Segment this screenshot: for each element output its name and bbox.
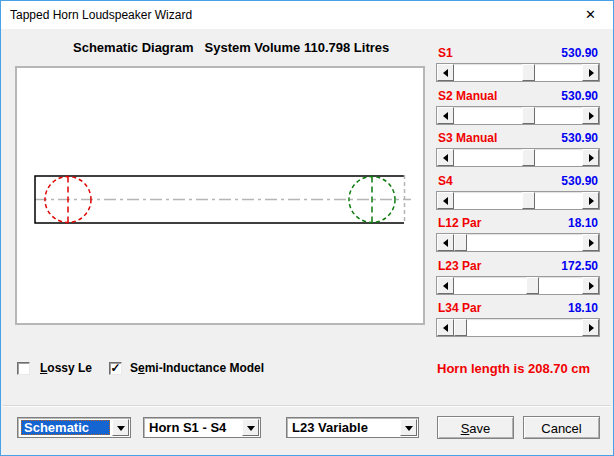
slider-value: 530.90	[561, 89, 598, 103]
slider-l12[interactable]	[436, 233, 600, 252]
horn-range-combobox[interactable]: Horn S1 - S4	[143, 417, 261, 438]
slider-group-s4: S4530.90	[436, 174, 600, 210]
arrow-right-icon	[589, 154, 594, 162]
variable-combobox[interactable]: L23 Variable	[286, 417, 419, 438]
scroll-thumb[interactable]	[454, 319, 467, 336]
title-bar: Tapped Horn Loudspeaker Wizard ✕	[1, 1, 613, 29]
scroll-thumb[interactable]	[522, 192, 535, 209]
slider-group-l12: L12 Par18.10	[436, 216, 600, 252]
scroll-thumb[interactable]	[454, 234, 467, 251]
chevron-down-icon	[117, 426, 125, 431]
slider-value: 18.10	[568, 301, 598, 315]
arrow-left-icon	[443, 324, 448, 332]
slider-s3[interactable]	[436, 148, 600, 167]
arrow-left-icon	[443, 197, 448, 205]
arrow-right-icon	[589, 112, 594, 120]
label-post: ossy Le	[47, 361, 92, 375]
scroll-thumb[interactable]	[522, 64, 535, 81]
window-title: Tapped Horn Loudspeaker Wizard	[10, 8, 192, 22]
chevron-down-icon	[247, 426, 255, 431]
arrow-left-icon	[443, 112, 448, 120]
horn-length-status: Horn length is 208.70 cm	[437, 361, 590, 376]
slider-s4[interactable]	[436, 191, 600, 210]
arrow-right-icon	[589, 282, 594, 290]
arrow-right-icon	[589, 197, 594, 205]
slider-label: S4	[438, 174, 453, 188]
slider-label: S1	[438, 46, 453, 60]
combo-dropdown-button[interactable]	[242, 419, 259, 436]
scroll-right-button[interactable]	[582, 149, 599, 166]
combo-selected-value: Horn S1 - S4	[147, 420, 240, 435]
combo-selected-value: Schematic	[21, 420, 110, 435]
scroll-left-button[interactable]	[437, 107, 454, 124]
scroll-thumb[interactable]	[526, 277, 539, 294]
label-post: mi-Inductance Model	[145, 361, 264, 375]
arrow-left-icon	[443, 282, 448, 290]
label-pre: S	[130, 361, 138, 375]
arrow-right-icon	[589, 324, 594, 332]
view-mode-combobox[interactable]: Schematic	[17, 417, 131, 438]
scroll-right-button[interactable]	[582, 319, 599, 336]
semi-inductance-label: Semi-Inductance Model	[130, 361, 264, 375]
arrow-left-icon	[443, 154, 448, 162]
slider-value: 530.90	[561, 131, 598, 145]
combo-dropdown-button[interactable]	[400, 419, 417, 436]
arrow-right-icon	[589, 69, 594, 77]
scroll-left-button[interactable]	[437, 64, 454, 81]
slider-group-l34: L34 Par18.10	[436, 301, 600, 337]
slider-value: 18.10	[568, 216, 598, 230]
scroll-left-button[interactable]	[437, 149, 454, 166]
slider-s2[interactable]	[436, 106, 600, 125]
horn-schematic-drawing	[17, 68, 419, 319]
slider-value: 530.90	[561, 174, 598, 188]
slider-s1[interactable]	[436, 63, 600, 82]
label-post: ave	[469, 421, 490, 436]
scroll-left-button[interactable]	[437, 277, 454, 294]
cancel-button[interactable]: Cancel	[523, 416, 600, 439]
schematic-canvas	[15, 66, 425, 325]
dialog-window: Tapped Horn Loudspeaker Wizard ✕ Schemat…	[0, 0, 614, 456]
slider-l34[interactable]	[436, 318, 600, 337]
label-mnemonic: e	[138, 361, 145, 375]
slider-l23[interactable]	[436, 276, 600, 295]
slider-label: S2 Manual	[438, 89, 497, 103]
scroll-thumb[interactable]	[522, 107, 535, 124]
arrow-left-icon	[443, 69, 448, 77]
slider-label: L23 Par	[438, 259, 481, 273]
footer-divider	[3, 405, 611, 407]
scroll-right-button[interactable]	[582, 107, 599, 124]
scroll-left-button[interactable]	[437, 319, 454, 336]
slider-label: L12 Par	[438, 216, 481, 230]
combo-dropdown-button[interactable]	[112, 419, 129, 436]
schematic-header: Schematic Diagram System Volume 110.798 …	[73, 40, 389, 55]
slider-label: S3 Manual	[438, 131, 497, 145]
lossy-le-checkbox[interactable]	[17, 362, 30, 375]
slider-label: L34 Par	[438, 301, 481, 315]
save-button[interactable]: Save	[437, 416, 514, 439]
scroll-thumb[interactable]	[522, 149, 535, 166]
combo-selected-value: L23 Variable	[290, 420, 398, 435]
slider-group-s3: S3 Manual530.90	[436, 131, 600, 167]
arrow-right-icon	[589, 239, 594, 247]
scroll-left-button[interactable]	[437, 234, 454, 251]
slider-group-s2: S2 Manual530.90	[436, 89, 600, 125]
scroll-left-button[interactable]	[437, 192, 454, 209]
scroll-right-button[interactable]	[582, 64, 599, 81]
slider-group-s1: S1530.90	[436, 46, 600, 82]
scroll-right-button[interactable]	[582, 277, 599, 294]
close-icon[interactable]: ✕	[568, 1, 613, 29]
slider-group-l23: L23 Par172.50	[436, 259, 600, 295]
slider-value: 530.90	[561, 46, 598, 60]
scroll-right-button[interactable]	[582, 192, 599, 209]
scroll-right-button[interactable]	[582, 234, 599, 251]
lossy-le-label: Lossy Le	[40, 361, 92, 375]
arrow-left-icon	[443, 239, 448, 247]
slider-value: 172.50	[561, 259, 598, 273]
semi-inductance-checkbox[interactable]: ✓	[109, 362, 122, 375]
chevron-down-icon	[405, 426, 413, 431]
